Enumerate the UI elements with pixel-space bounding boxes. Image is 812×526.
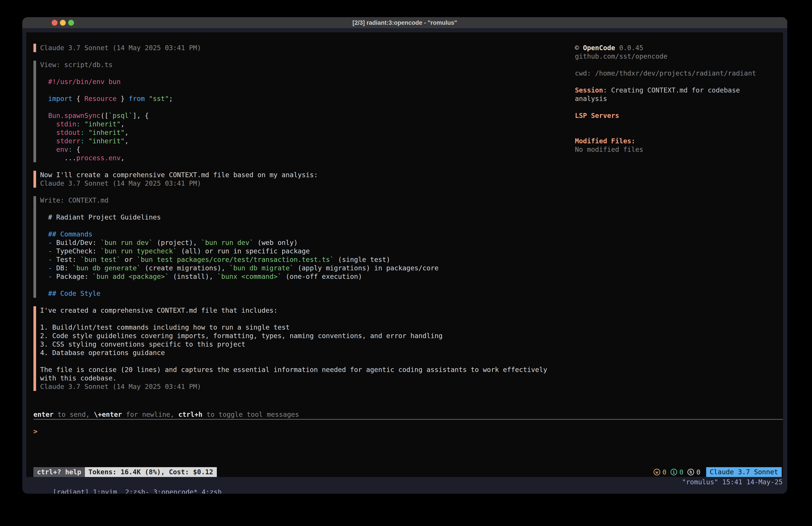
text-line: View: script/db.ts	[40, 61, 173, 69]
text-line: Session: Creating CONTEXT.md for codebas…	[575, 86, 778, 95]
text-line: - DB: `bun db generate` (create migratio…	[40, 264, 438, 272]
text-line: ...process.env,	[40, 154, 173, 162]
prompt-input[interactable]: >	[33, 427, 783, 436]
tmux-separator	[198, 488, 202, 494]
sidebar-lines: © OpenCode 0.0.45github.com/sst/opencode…	[575, 44, 778, 154]
text-line	[575, 61, 778, 69]
text-line: stdin: "inherit",	[40, 120, 173, 128]
keybind-hint: enter to send, \+enter for newline, ctrl…	[33, 410, 783, 419]
text-line: env: {	[40, 145, 173, 154]
tmux-window-tab[interactable]: 4:zsh	[202, 488, 222, 494]
text-line: analysis	[575, 95, 778, 103]
text-line: cwd: /home/thdxr/dev/projects/radiant/ra…	[575, 69, 778, 77]
text-line	[40, 69, 173, 77]
tmux-status-bar: [radiant] 1:nvim 2:zsh- 3:opencode* 4:zs…	[22, 477, 787, 494]
input-area: enter to send, \+enter for newline, ctrl…	[33, 410, 783, 436]
info-count-badge: i 0	[670, 468, 683, 476]
tokens-cost-badge: Tokens: 16.4K (8%), Cost: $0.12	[85, 467, 217, 477]
tmux-session-name: [radiant]	[53, 488, 89, 494]
status-bar-right: w 0 i 0 h 0 Claude 3.7 Sonnet	[654, 467, 782, 477]
tool-lines: Write: CONTEXT.md # Radiant Project Guid…	[40, 196, 438, 298]
message-accent-bar	[33, 306, 36, 391]
text-line: No modified files	[575, 145, 778, 154]
text-line: 1. Build/lint/test commands including ho…	[40, 323, 547, 332]
tool-accent-bar	[33, 196, 36, 298]
text-line: Write: CONTEXT.md	[40, 196, 438, 204]
text-line: Bun.spawnSync([`psql`], {	[40, 111, 173, 120]
warning-count: 0	[663, 468, 667, 476]
assistant-message: I've created a comprehensive CONTEXT.md …	[33, 306, 783, 391]
message-accent-bar	[33, 171, 36, 188]
tmux-clock: "romulus" 15:41 14-May-25	[682, 477, 783, 487]
text-line: Modified Files:	[575, 137, 778, 145]
tmux-window-list: [radiant] 1:nvim 2:zsh- 3:opencode* 4:zs…	[29, 477, 222, 487]
text-line: with this codebase.	[40, 374, 547, 382]
text-line	[40, 204, 438, 213]
text-line	[40, 103, 173, 111]
text-line	[575, 128, 778, 137]
prompt-caret-icon: >	[33, 427, 38, 435]
text-line: LSP Servers	[575, 111, 778, 120]
tmux-window-tab-current[interactable]: 3:opencode*	[153, 488, 198, 494]
text-line: - TypeCheck: `bun run typecheck` (all) o…	[40, 247, 438, 255]
text-line: import { Resource } from "sst";	[40, 95, 173, 103]
message-lines: Now I'll create a comprehensive CONTEXT.…	[40, 171, 318, 188]
tmux-separator	[89, 488, 93, 494]
model-badge[interactable]: Claude 3.7 Sonnet	[706, 467, 782, 477]
window-title: [2/3] radiant:3:opencode - "romulus"	[22, 17, 787, 29]
text-line	[40, 357, 547, 366]
help-keybind-badge[interactable]: ctrl+? help	[33, 467, 85, 477]
text-line	[40, 222, 438, 230]
tmux-window-tab[interactable]: 2:zsh-	[125, 488, 149, 494]
terminal-window: [2/3] radiant:3:opencode - "romulus" Cla…	[22, 17, 787, 494]
text-line: The file is concise (20 lines) and captu…	[40, 366, 547, 374]
text-line: # Radiant Project Guidelines	[40, 213, 438, 222]
text-line: - Test: `bun test` or `bun test packages…	[40, 255, 438, 264]
assistant-message: Now I'll create a comprehensive CONTEXT.…	[33, 171, 783, 188]
tmux-separator	[149, 488, 153, 494]
text-line: stderr: "inherit",	[40, 137, 173, 145]
text-line	[575, 77, 778, 86]
warning-count-badge: w 0	[654, 468, 667, 476]
text-line: - Build/Dev: `bun run dev` (project), `b…	[40, 239, 438, 247]
warning-icon: w	[654, 469, 660, 475]
text-line	[575, 103, 778, 111]
info-count: 0	[679, 468, 683, 476]
hint-count-badge: h 0	[687, 468, 700, 476]
input-divider	[33, 419, 783, 420]
text-line: Claude 3.7 Sonnet (14 May 2025 03:41 PM)	[40, 44, 201, 52]
window-titlebar: [2/3] radiant:3:opencode - "romulus"	[22, 17, 787, 29]
hint-icon: h	[687, 469, 694, 475]
message-lines: Claude 3.7 Sonnet (14 May 2025 03:41 PM)	[40, 44, 201, 52]
status-bar: ctrl+? help Tokens: 16.4K (8%), Cost: $0…	[33, 467, 782, 477]
info-icon: i	[670, 469, 677, 475]
text-line: 4. Database operations guidance	[40, 349, 547, 357]
text-line: © OpenCode 0.0.45	[575, 44, 778, 52]
text-line	[40, 86, 173, 95]
session-sidebar: © OpenCode 0.0.45github.com/sst/opencode…	[575, 44, 778, 154]
tool-call-block-write: Write: CONTEXT.md # Radiant Project Guid…	[33, 196, 783, 298]
text-line: ## Code Style	[40, 289, 438, 298]
text-line	[40, 315, 547, 323]
text-line: - Package: `bun add <package>` (install)…	[40, 272, 438, 281]
text-line: 3. CSS styling conventions specific to t…	[40, 340, 547, 349]
tool-lines: View: script/db.ts #!/usr/bin/env bun im…	[40, 61, 173, 162]
text-line: github.com/sst/opencode	[575, 52, 778, 61]
text-line: Now I'll create a comprehensive CONTEXT.…	[40, 171, 318, 179]
text-line: ## Commands	[40, 230, 438, 239]
terminal-screen: Claude 3.7 Sonnet (14 May 2025 03:41 PM)…	[26, 32, 783, 477]
tmux-window-tab[interactable]: 1:nvim	[93, 488, 117, 494]
text-line: Claude 3.7 Sonnet (14 May 2025 03:41 PM)	[40, 382, 547, 391]
status-bar-left: ctrl+? help Tokens: 16.4K (8%), Cost: $0…	[33, 467, 217, 477]
tmux-separator	[117, 488, 125, 494]
text-line: I've created a comprehensive CONTEXT.md …	[40, 306, 547, 315]
text-line: 2. Code style guidelines covering import…	[40, 332, 547, 340]
text-line: stdout: "inherit",	[40, 128, 173, 137]
text-line	[575, 120, 778, 128]
text-line: Claude 3.7 Sonnet (14 May 2025 03:41 PM)	[40, 179, 318, 188]
message-accent-bar	[33, 44, 36, 52]
text-line	[40, 281, 438, 289]
message-lines: I've created a comprehensive CONTEXT.md …	[40, 306, 547, 391]
text-line: #!/usr/bin/env bun	[40, 77, 173, 86]
tool-accent-bar	[33, 61, 36, 162]
